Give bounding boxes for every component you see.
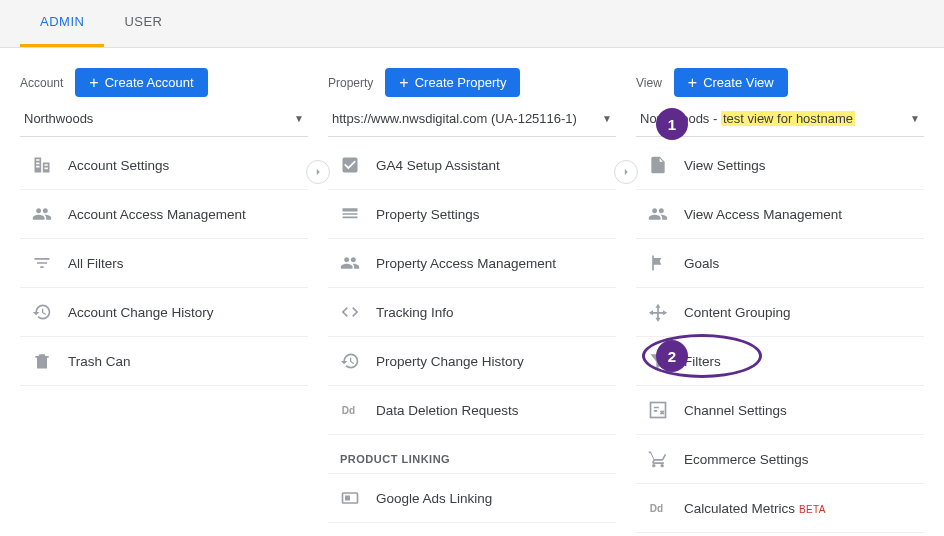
menu-item-label: Tracking Info	[376, 305, 454, 320]
dd-icon: Dd	[340, 400, 360, 420]
property-selected: https://www.nwsdigital.com (UA-125116-1)	[332, 111, 577, 126]
property-column: Property + Create Property https://www.n…	[328, 68, 616, 536]
property-label: Property	[328, 76, 373, 90]
menu-property-history[interactable]: Property Change History	[328, 337, 616, 386]
history-icon	[340, 351, 360, 371]
tab-user[interactable]: USER	[104, 0, 182, 47]
menu-property-access[interactable]: Property Access Management	[328, 239, 616, 288]
channel-icon	[648, 400, 668, 420]
menu-channel-settings[interactable]: Channel Settings	[636, 386, 924, 435]
chevron-down-icon: ▼	[910, 113, 920, 124]
menu-adsense-linking[interactable]: AdSense Linking	[328, 523, 616, 536]
account-label: Account	[20, 76, 63, 90]
list-icon	[340, 204, 360, 224]
admin-columns: Account + Create Account Northwoods ▼ Ac…	[0, 48, 944, 536]
filter-icon	[32, 253, 52, 273]
cart-icon	[648, 449, 668, 469]
create-property-label: Create Property	[415, 75, 507, 90]
beta-badge: BETA	[799, 504, 826, 515]
history-icon	[32, 302, 52, 322]
menu-ecommerce-settings[interactable]: Ecommerce Settings	[636, 435, 924, 484]
menu-tracking-info[interactable]: Tracking Info	[328, 288, 616, 337]
menu-item-label: Ecommerce Settings	[684, 452, 809, 467]
account-column: Account + Create Account Northwoods ▼ Ac…	[20, 68, 308, 536]
top-bar: ADMIN USER	[0, 0, 944, 48]
menu-item-label: Goals	[684, 256, 719, 271]
building-icon	[32, 155, 52, 175]
menu-item-label: Channel Settings	[684, 403, 787, 418]
people-icon	[32, 204, 52, 224]
ads-icon	[340, 488, 360, 508]
create-account-label: Create Account	[105, 75, 194, 90]
menu-account-history[interactable]: Account Change History	[20, 288, 308, 337]
menu-ga4-assistant[interactable]: GA4 Setup Assistant	[328, 141, 616, 190]
svg-rect-3	[651, 403, 666, 418]
menu-item-label: Property Access Management	[376, 256, 556, 271]
plus-icon: +	[688, 76, 697, 89]
menu-item-label: Trash Can	[68, 354, 131, 369]
menu-trash-can[interactable]: Trash Can	[20, 337, 308, 386]
checkbox-icon	[340, 155, 360, 175]
menu-content-grouping[interactable]: Content Grouping	[636, 288, 924, 337]
menu-item-label: Property Change History	[376, 354, 524, 369]
arrow-account-property[interactable]	[306, 160, 330, 184]
chevron-down-icon: ▼	[294, 113, 304, 124]
menu-item-label: Calculated MetricsBETA	[684, 501, 826, 516]
flag-icon	[648, 253, 668, 273]
create-property-button[interactable]: + Create Property	[385, 68, 520, 97]
menu-all-filters[interactable]: All Filters	[20, 239, 308, 288]
create-view-button[interactable]: + Create View	[674, 68, 788, 97]
people-icon	[648, 204, 668, 224]
menu-item-label: View Access Management	[684, 207, 842, 222]
menu-item-label: Data Deletion Requests	[376, 403, 519, 418]
menu-account-access[interactable]: Account Access Management	[20, 190, 308, 239]
chevron-down-icon: ▼	[602, 113, 612, 124]
menu-item-label: Google Ads Linking	[376, 491, 492, 506]
create-account-button[interactable]: + Create Account	[75, 68, 207, 97]
view-selected-highlight: test view for hostname	[721, 111, 855, 126]
menu-item-label: Account Change History	[68, 305, 214, 320]
view-label: View	[636, 76, 662, 90]
menu-item-label: Filters	[684, 354, 721, 369]
menu-goals[interactable]: Goals	[636, 239, 924, 288]
menu-calculated-metrics[interactable]: Dd Calculated MetricsBETA	[636, 484, 924, 533]
menu-item-label: Account Settings	[68, 158, 169, 173]
menu-item-label: GA4 Setup Assistant	[376, 158, 500, 173]
annotation-1: 1	[656, 108, 688, 140]
menu-item-label: Property Settings	[376, 207, 480, 222]
menu-view-access[interactable]: View Access Management	[636, 190, 924, 239]
account-selector[interactable]: Northwoods ▼	[20, 105, 308, 137]
plus-icon: +	[89, 76, 98, 89]
menu-data-deletion[interactable]: Dd Data Deletion Requests	[328, 386, 616, 435]
svg-rect-2	[345, 496, 350, 501]
menu-view-settings[interactable]: View Settings	[636, 141, 924, 190]
account-selected: Northwoods	[24, 111, 93, 126]
menu-google-ads-linking[interactable]: Google Ads Linking	[328, 474, 616, 523]
menu-item-label: Content Grouping	[684, 305, 791, 320]
svg-text:Dd: Dd	[650, 503, 663, 514]
create-view-label: Create View	[703, 75, 774, 90]
property-selector[interactable]: https://www.nwsdigital.com (UA-125116-1)…	[328, 105, 616, 137]
arrow-property-view[interactable]	[614, 160, 638, 184]
menu-item-label: View Settings	[684, 158, 766, 173]
page-icon	[648, 155, 668, 175]
grouping-icon	[648, 302, 668, 322]
menu-item-label: Account Access Management	[68, 207, 246, 222]
annotation-2: 2	[656, 340, 688, 372]
menu-account-settings[interactable]: Account Settings	[20, 141, 308, 190]
menu-item-label: All Filters	[68, 256, 124, 271]
code-icon	[340, 302, 360, 322]
dd-icon: Dd	[648, 498, 668, 518]
people-icon	[340, 253, 360, 273]
menu-property-settings[interactable]: Property Settings	[328, 190, 616, 239]
plus-icon: +	[399, 76, 408, 89]
svg-text:Dd: Dd	[342, 405, 355, 416]
tab-admin[interactable]: ADMIN	[20, 0, 104, 47]
trash-icon	[32, 351, 52, 371]
section-product-linking: PRODUCT LINKING	[328, 435, 616, 474]
